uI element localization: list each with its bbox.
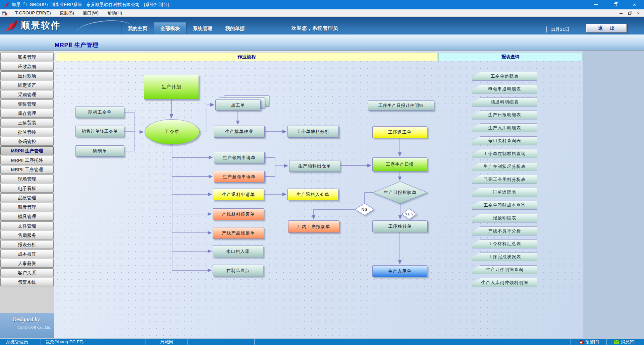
sidebar-item-账务管理[interactable]: 账务管理 — [0, 53, 54, 61]
report-button-工序完成状况表[interactable]: 工序完成状况表 — [472, 252, 537, 261]
flow-node-return-in[interactable]: 生产退料入仓单 — [287, 189, 338, 200]
sidebar-item-电子看板[interactable]: 电子看板 — [0, 184, 54, 193]
close-button[interactable]: × — [625, 0, 644, 9]
minimize-button[interactable] — [587, 0, 606, 9]
sidebar-item-MRPII 工序管理[interactable]: MRPII 工序管理 — [0, 165, 54, 174]
flow-node-ng[interactable]: NG — [355, 203, 374, 215]
report-button-工令单在制材料查询[interactable]: 工令单在制材料查询 — [472, 149, 537, 158]
sidebar-item-条码管控[interactable]: 条码管控 — [0, 137, 54, 146]
flow-node-yes[interactable]: YES — [402, 209, 417, 219]
flow-node-scheduling[interactable]: 生产排单作业 — [214, 126, 265, 138]
content-area: 作业流程 报表查询 生产计划期初工令单销售订单转工令单请制单工令单加工单生产排单… — [54, 51, 644, 338]
sidebar-item-成本核算[interactable]: 成本核算 — [0, 250, 54, 258]
sidebar-item-人事薪资[interactable]: 人事薪资 — [0, 259, 54, 268]
menubar: T-GROUP ERP(E)皮肤(S)窗口(W)帮助(H) × — [0, 9, 644, 17]
alert-kit-icon — [579, 340, 584, 344]
mdi-window-controls: × — [616, 9, 643, 17]
sidebar-item-三角贸易[interactable]: 三角贸易 — [0, 118, 54, 127]
report-button-领退料明细表[interactable]: 领退料明细表 — [472, 97, 537, 107]
sidebar-item-预警系统[interactable]: 预警系统 — [0, 278, 54, 286]
window-title: 顺景『T-GROUP』制造业ERP系统 - 东莞顺景软件科技有限公司 - [系统… — [12, 2, 169, 8]
report-button-工令单追踪表[interactable]: 工令单追踪表 — [472, 72, 537, 81]
flow-node-transfer[interactable]: 工序移转单 — [372, 220, 428, 232]
main-area: 账务管理应收款项应付款项固定资产采购管理销售管理库存管理三角贸易批号管控条码管控… — [0, 51, 644, 338]
flow-node-req-make[interactable]: 请制单 — [75, 145, 124, 157]
mdi-close-icon[interactable]: × — [634, 11, 643, 16]
report-button-生产在制状况分析表[interactable]: 生产在制状况分析表 — [472, 162, 537, 171]
flow-node-daily-report[interactable]: 工序生产日报 — [372, 157, 427, 171]
flow-node-piece-detail[interactable]: 工序生产日报计件明细 — [368, 100, 434, 111]
sidebar-item-固定资产[interactable]: 固定资产 — [0, 81, 54, 89]
restore-button[interactable] — [606, 0, 625, 9]
report-button-产线不良率分析[interactable]: 产线不良率分析 — [472, 226, 537, 235]
flow-node-mat-req[interactable]: 生产领料申请单 — [214, 152, 265, 163]
tab-全部模块[interactable]: 全部模块 — [154, 22, 186, 34]
report-button-生产入库明细表[interactable]: 生产入库明细表 — [472, 123, 537, 132]
sidebar-item-品质管理[interactable]: 品质管理 — [0, 193, 54, 202]
sidebar-item-MRPII 工序托外[interactable]: MRPII 工序托外 — [0, 156, 54, 164]
sidebar-item-售后服务[interactable]: 售后服务 — [0, 231, 54, 239]
sidebar-item-库存管理[interactable]: 库存管理 — [0, 109, 54, 118]
sidebar-item-批号管控[interactable]: 批号管控 — [0, 128, 54, 136]
flow-node-line-mat-scrap[interactable]: 产线材料报废单 — [213, 208, 264, 220]
tab-我的单据[interactable]: 我的单据 — [219, 22, 251, 34]
report-button-工令材料汇总表[interactable]: 工令材料汇总表 — [472, 239, 537, 249]
tab-系统管理[interactable]: 系统管理 — [186, 22, 219, 34]
designed-by-text: Designed by — [0, 317, 54, 323]
menu-item-0[interactable]: T-GROUP ERP(E) — [11, 9, 55, 17]
flowchart-canvas: 作业流程 报表查询 生产计划期初工令单销售订单转工令单请制单工令单加工单生产排单… — [54, 51, 583, 338]
flow-node-shortage[interactable]: 工令单缺料分析 — [287, 126, 339, 138]
exit-button[interactable]: 退 出 — [586, 24, 627, 32]
sidebar-item-采购管理[interactable]: 采购管理 — [0, 90, 54, 99]
main-tabs: 我的主页全部模块系统管理我的单据 — [121, 22, 251, 34]
report-button-申领申退明细表[interactable]: 申领申退明细表 — [472, 85, 537, 94]
flow-node-so-to-wo[interactable]: 销售订单转工令单 — [75, 126, 124, 137]
tab-我的主页[interactable]: 我的主页 — [121, 22, 154, 34]
sidebar-item-研发管理[interactable]: 研发管理 — [0, 203, 54, 211]
mdi-minimize-icon[interactable] — [616, 11, 625, 16]
sidebar-item-客户关系[interactable]: 客户关系 — [0, 268, 54, 277]
flow-node-stock-in[interactable]: 生产入库单 — [372, 265, 427, 277]
sidebar-footer: Designed by CenterSoft Co.,Ltd. — [0, 313, 54, 338]
flow-node-process-order[interactable]: 加工单 — [215, 99, 261, 111]
sidebar-item-报表分析[interactable]: 报表分析 — [0, 240, 54, 249]
status-消息[9][interactable]: 消息[9] — [607, 339, 642, 345]
flow-node-factory-scrap[interactable]: 厂内工序报废单 — [288, 220, 339, 233]
brand-swirl-icon — [3, 18, 19, 33]
report-button-报废明细表[interactable]: 报废明细表 — [472, 214, 537, 223]
report-button-生产日报明细表[interactable]: 生产日报明细表 — [472, 111, 537, 120]
sidebar-item-模具管理[interactable]: 模具管理 — [0, 212, 54, 221]
report-button-每日欠料查询表[interactable]: 每日欠料查询表 — [472, 136, 537, 145]
flow-node-line-prd-scrap[interactable]: 产线产品报废单 — [213, 227, 264, 239]
report-button-生产计件明细查询[interactable]: 生产计件明细查询 — [472, 265, 537, 274]
report-button-订单追踪表[interactable]: 订单追踪表 — [472, 188, 537, 197]
sidebar-filler — [0, 287, 54, 313]
report-button-工令单即时成本查询[interactable]: 工令单即时成本查询 — [472, 201, 537, 210]
report-button-生产入库倒冲领料明细[interactable]: 生产入库倒冲领料明细 — [472, 278, 537, 287]
flow-node-over-req[interactable]: 生产超领申请单 — [214, 171, 265, 183]
flow-node-work-order[interactable]: 工令单 — [145, 119, 200, 145]
mdi-restore-icon[interactable] — [625, 11, 634, 16]
sidebar-item-文件管理[interactable]: 文件管理 — [0, 221, 54, 230]
sidebar-item-应收款项[interactable]: 应收款项 — [0, 62, 54, 71]
flow-node-mat-issue[interactable]: 生产领料出仓单 — [289, 160, 340, 172]
flow-node-rework[interactable]: 工序返工单 — [372, 126, 427, 138]
welcome-text: 欢迎您，系统管理员 — [291, 25, 338, 31]
flow-node-sprue-in[interactable]: 水口料入库 — [213, 246, 263, 257]
sidebar-item-销售管理[interactable]: 销售管理 — [0, 99, 54, 108]
flow-node-init-wo[interactable]: 期初工令单 — [75, 107, 124, 118]
flow-node-return-req[interactable]: 生产退料申请单 — [213, 189, 264, 200]
flow-node-inspection[interactable]: 生产日报检验单 — [373, 182, 427, 204]
flow-node-plan[interactable]: 生产计划 — [144, 75, 199, 99]
module-sidebar: 账务管理应收款项应付款项固定资产采购管理销售管理库存管理三角贸易批号管控条码管控… — [0, 51, 54, 338]
menu-item-2[interactable]: 窗口(W) — [78, 9, 103, 17]
menu-item-3[interactable]: 帮助(H) — [103, 9, 126, 17]
status-复杂(Young-PC:FZ): 复杂(Young-PC:FZ) — [41, 339, 146, 345]
report-button-已完工令用料分析表[interactable]: 已完工令用料分析表 — [472, 175, 537, 184]
sidebar-item-现场管理[interactable]: 现场管理 — [0, 175, 54, 183]
menu-item-1[interactable]: 皮肤(S) — [55, 9, 78, 17]
flow-node-wip-count[interactable]: 在制品盘点 — [213, 265, 263, 276]
sidebar-item-MRPⅡ 生产管理[interactable]: MRPⅡ 生产管理 — [0, 146, 54, 155]
sidebar-item-应付款项[interactable]: 应付款项 — [0, 71, 54, 80]
status-预警[2][interactable]: 预警[2] — [571, 339, 607, 345]
